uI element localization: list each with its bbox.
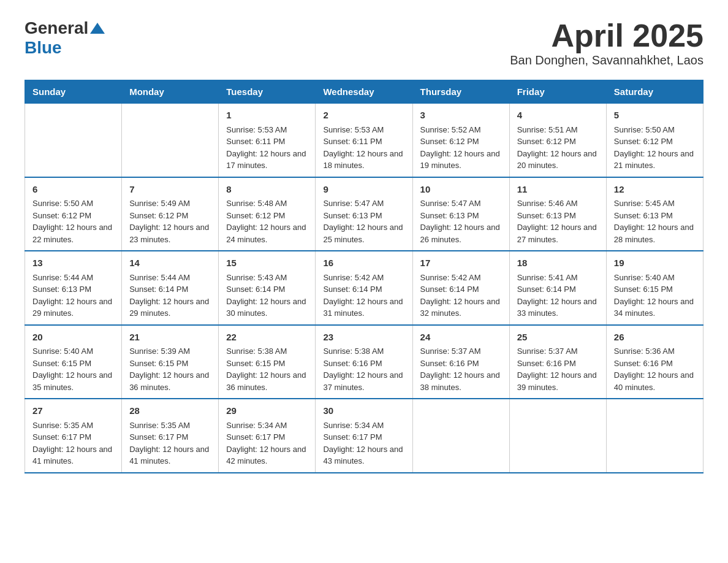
day-info: Sunrise: 5:40 AM [32, 345, 114, 358]
calendar-day-header: Thursday [412, 80, 509, 104]
day-number: 11 [517, 183, 599, 197]
day-info: Daylight: 12 hours and 26 minutes. [420, 221, 502, 245]
day-info: Daylight: 12 hours and 43 minutes. [323, 443, 404, 467]
day-info: Sunset: 6:15 PM [32, 358, 114, 370]
day-info: Sunrise: 5:50 AM [614, 124, 696, 136]
logo: General Blue [25, 18, 105, 58]
calendar-cell: 2Sunrise: 5:53 AMSunset: 6:11 PMDaylight… [316, 104, 412, 177]
day-number: 12 [614, 183, 696, 197]
calendar-week-row: 27Sunrise: 5:35 AMSunset: 6:17 PMDayligh… [25, 399, 703, 473]
calendar-cell: 12Sunrise: 5:45 AMSunset: 6:13 PMDayligh… [606, 177, 703, 251]
day-info: Sunset: 6:11 PM [323, 136, 404, 148]
calendar-cell: 28Sunrise: 5:35 AMSunset: 6:17 PMDayligh… [122, 399, 219, 473]
day-info: Sunset: 6:12 PM [32, 210, 114, 222]
day-info: Sunrise: 5:52 AM [420, 124, 502, 136]
day-info: Sunset: 6:11 PM [226, 136, 308, 148]
day-info: Sunrise: 5:35 AM [129, 419, 211, 432]
day-info: Sunset: 6:16 PM [614, 358, 696, 370]
day-number: 2 [323, 109, 404, 123]
day-info: Sunrise: 5:51 AM [517, 124, 599, 136]
day-info: Sunrise: 5:44 AM [129, 272, 211, 284]
logo-triangle-up [90, 23, 105, 34]
calendar-table: SundayMondayTuesdayWednesdayThursdayFrid… [25, 80, 703, 473]
day-info: Sunrise: 5:47 AM [420, 197, 502, 210]
day-info: Daylight: 12 hours and 41 minutes. [129, 443, 211, 467]
logo-blue-text: Blue [25, 38, 105, 58]
day-info: Sunrise: 5:42 AM [420, 272, 502, 284]
day-info: Daylight: 12 hours and 36 minutes. [129, 369, 211, 393]
day-info: Daylight: 12 hours and 27 minutes. [517, 221, 599, 245]
day-number: 6 [32, 183, 114, 197]
day-info: Sunrise: 5:34 AM [226, 419, 308, 432]
day-number: 25 [517, 331, 599, 345]
calendar-week-row: 20Sunrise: 5:40 AMSunset: 6:15 PMDayligh… [25, 325, 703, 399]
calendar-cell: 4Sunrise: 5:51 AMSunset: 6:12 PMDaylight… [509, 104, 606, 177]
day-number: 19 [614, 256, 696, 270]
day-number: 8 [226, 183, 308, 197]
day-info: Sunrise: 5:49 AM [129, 197, 211, 210]
day-info: Sunset: 6:12 PM [517, 136, 599, 148]
day-info: Sunrise: 5:50 AM [32, 197, 114, 210]
day-info: Sunrise: 5:35 AM [32, 419, 114, 432]
calendar-cell: 11Sunrise: 5:46 AMSunset: 6:13 PMDayligh… [509, 177, 606, 251]
logo-row: General [25, 18, 105, 38]
calendar-week-row: 1Sunrise: 5:53 AMSunset: 6:11 PMDaylight… [25, 104, 703, 177]
calendar-cell: 10Sunrise: 5:47 AMSunset: 6:13 PMDayligh… [412, 177, 509, 251]
day-info: Sunset: 6:15 PM [614, 283, 696, 296]
calendar-cell: 3Sunrise: 5:52 AMSunset: 6:12 PMDaylight… [412, 104, 509, 177]
calendar-cell [606, 399, 703, 473]
day-info: Sunset: 6:16 PM [420, 358, 502, 370]
day-info: Daylight: 12 hours and 41 minutes. [32, 443, 114, 467]
day-number: 23 [323, 331, 404, 345]
day-number: 10 [420, 183, 502, 197]
day-info: Daylight: 12 hours and 28 minutes. [614, 221, 696, 245]
calendar-day-header: Saturday [606, 80, 703, 104]
calendar-day-header: Friday [509, 80, 606, 104]
day-info: Sunrise: 5:40 AM [614, 272, 696, 284]
day-info: Daylight: 12 hours and 38 minutes. [420, 369, 502, 393]
calendar-cell [509, 399, 606, 473]
day-number: 4 [517, 109, 599, 123]
day-number: 5 [614, 109, 696, 123]
day-info: Daylight: 12 hours and 33 minutes. [517, 296, 599, 320]
day-info: Sunset: 6:16 PM [517, 358, 599, 370]
day-info: Sunset: 6:17 PM [129, 431, 211, 443]
day-number: 22 [226, 331, 308, 345]
day-number: 16 [323, 256, 404, 270]
day-number: 20 [32, 331, 114, 345]
day-info: Sunrise: 5:45 AM [614, 197, 696, 210]
day-info: Daylight: 12 hours and 35 minutes. [32, 369, 114, 393]
logo-general-text: General [25, 18, 88, 38]
day-number: 28 [129, 404, 211, 418]
day-info: Sunset: 6:17 PM [323, 431, 404, 443]
day-info: Sunset: 6:14 PM [323, 283, 404, 296]
calendar-cell: 29Sunrise: 5:34 AMSunset: 6:17 PMDayligh… [219, 399, 316, 473]
calendar-cell: 27Sunrise: 5:35 AMSunset: 6:17 PMDayligh… [25, 399, 122, 473]
day-info: Daylight: 12 hours and 29 minutes. [32, 296, 114, 320]
day-number: 14 [129, 256, 211, 270]
day-info: Daylight: 12 hours and 17 minutes. [226, 148, 308, 172]
logo-wrapper: General Blue [25, 18, 105, 58]
day-number: 9 [323, 183, 404, 197]
calendar-cell: 22Sunrise: 5:38 AMSunset: 6:15 PMDayligh… [219, 325, 316, 399]
day-info: Daylight: 12 hours and 20 minutes. [517, 148, 599, 172]
day-number: 18 [517, 256, 599, 270]
day-number: 3 [420, 109, 502, 123]
day-info: Daylight: 12 hours and 31 minutes. [323, 296, 404, 320]
day-number: 1 [226, 109, 308, 123]
day-info: Sunset: 6:14 PM [129, 283, 211, 296]
day-info: Daylight: 12 hours and 30 minutes. [226, 296, 308, 320]
page-subtitle: Ban Donghen, Savannahkhet, Laos [510, 53, 703, 67]
calendar-header-row: SundayMondayTuesdayWednesdayThursdayFrid… [25, 80, 703, 104]
day-info: Daylight: 12 hours and 25 minutes. [323, 221, 404, 245]
calendar-cell: 1Sunrise: 5:53 AMSunset: 6:11 PMDaylight… [219, 104, 316, 177]
day-info: Sunrise: 5:53 AM [226, 124, 308, 136]
day-number: 7 [129, 183, 211, 197]
day-number: 17 [420, 256, 502, 270]
calendar-cell [122, 104, 219, 177]
day-info: Sunrise: 5:37 AM [517, 345, 599, 358]
day-info: Sunset: 6:12 PM [129, 210, 211, 222]
calendar-cell: 16Sunrise: 5:42 AMSunset: 6:14 PMDayligh… [316, 251, 412, 325]
day-info: Sunset: 6:14 PM [226, 283, 308, 296]
day-info: Sunset: 6:12 PM [226, 210, 308, 222]
